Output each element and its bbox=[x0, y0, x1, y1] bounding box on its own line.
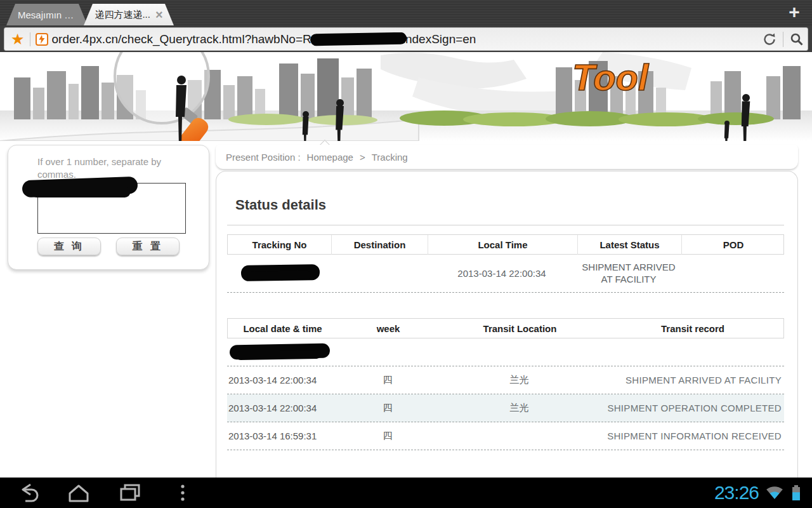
week-cell: 四 bbox=[337, 430, 438, 442]
tracking-query-panel: If over 1 number, separate by commas. 查 … bbox=[8, 145, 209, 270]
divider bbox=[227, 225, 784, 225]
menu-overflow-icon[interactable] bbox=[169, 480, 197, 505]
table-row: 2013-03-14 22:00:34 SHIPMENT ARRIVED AT … bbox=[227, 255, 784, 293]
breadcrumb-current: Tracking bbox=[372, 152, 408, 163]
date-cell: 2013-03-14 22:00:34 bbox=[227, 403, 337, 413]
summary-table: Tracking No Destination Local Time Lates… bbox=[227, 234, 784, 293]
status-clock: 23:26 bbox=[714, 482, 759, 504]
reset-button[interactable]: 重 置 bbox=[116, 237, 180, 255]
query-button[interactable]: 查 询 bbox=[37, 237, 101, 255]
column-header: Transit record bbox=[601, 323, 785, 334]
url-text: order.4px.cn/check_Querytrack.html?hawbN… bbox=[52, 32, 476, 46]
page-container: Mesajımın geçti... 递四方速递... × + ★ order.… bbox=[0, 0, 812, 508]
banner-illustration: Tool bbox=[0, 52, 812, 141]
bookmark-star-icon[interactable]: ★ bbox=[11, 32, 25, 47]
record-cell: SHIPMENT INFORMATION RECEIVED bbox=[600, 431, 784, 441]
history-table-header: Local date & time week Transit Location … bbox=[227, 318, 784, 338]
table-row-redacted bbox=[227, 338, 784, 366]
local-time-cell: 2013-03-14 22:00:34 bbox=[427, 268, 577, 279]
tab-label: 递四方速递... bbox=[95, 9, 150, 21]
location-cell: 兰光 bbox=[438, 402, 600, 414]
column-header: Local date & time bbox=[228, 323, 337, 334]
search-icon[interactable] bbox=[786, 29, 808, 50]
latest-status-cell: SHIPMENT ARRIVED AT FACILITY bbox=[578, 262, 679, 286]
close-tab-icon[interactable]: × bbox=[155, 8, 163, 21]
record-cell: SHIPMENT OPERATION COMPLETED bbox=[600, 403, 784, 413]
query-hint-text: If over 1 number, separate by commas. bbox=[37, 156, 183, 180]
address-bar: ★ order.4px.cn/check_Querytrack.html?haw… bbox=[0, 25, 812, 52]
column-header: Tracking No bbox=[228, 239, 331, 250]
tab-messages[interactable]: Mesajımın geçti... bbox=[6, 4, 88, 25]
tab-label: Mesajımın geçti... bbox=[18, 10, 76, 20]
recent-apps-button[interactable] bbox=[115, 480, 143, 505]
column-header: Latest Status bbox=[577, 235, 681, 255]
week-cell: 四 bbox=[337, 374, 438, 386]
history-table: Local date & time week Transit Location … bbox=[227, 318, 784, 450]
battery-icon bbox=[790, 483, 802, 502]
site-banner: Tool bbox=[0, 52, 812, 141]
column-header: POD bbox=[681, 235, 785, 255]
divider bbox=[783, 32, 783, 47]
redaction-blob bbox=[310, 32, 407, 46]
column-header: Destination bbox=[331, 235, 428, 255]
redaction-blob bbox=[22, 177, 138, 197]
column-header: Transit Location bbox=[439, 323, 601, 334]
site-favicon-icon bbox=[36, 33, 48, 46]
breadcrumb: Present Position : Homepage > Tracking bbox=[216, 145, 798, 169]
summary-table-header: Tracking No Destination Local Time Lates… bbox=[227, 234, 784, 255]
browser-tab-bar: Mesajımın geçti... 递四方速递... × + bbox=[0, 0, 812, 25]
week-cell: 四 bbox=[337, 402, 438, 414]
tab-4px-tracking[interactable]: 递四方速递... × bbox=[84, 4, 174, 25]
new-tab-button[interactable]: + bbox=[783, 1, 806, 24]
table-row: 2013-03-14 22:00:34 四 兰光 SHIPMENT ARRIVE… bbox=[227, 366, 784, 394]
table-row: 2013-03-14 22:00:34 四 兰光 SHIPMENT OPERAT… bbox=[227, 394, 784, 422]
divider bbox=[30, 32, 30, 46]
redaction-blob bbox=[230, 343, 330, 359]
date-cell: 2013-03-14 22:00:34 bbox=[227, 375, 337, 385]
tracking-results-panel: Status details Tracking No Destination L… bbox=[216, 171, 798, 478]
date-cell: 2013-03-14 16:59:31 bbox=[227, 431, 337, 441]
record-cell: SHIPMENT ARRIVED AT FACILITY bbox=[600, 375, 784, 385]
breadcrumb-homepage-link[interactable]: Homepage bbox=[307, 152, 353, 163]
breadcrumb-separator: > bbox=[360, 152, 365, 163]
wifi-icon bbox=[765, 485, 784, 500]
column-header: Local Time bbox=[428, 235, 577, 255]
android-system-bar: 23:26 bbox=[0, 478, 812, 508]
breadcrumb-prefix: Present Position : bbox=[226, 152, 301, 163]
location-cell: 兰光 bbox=[438, 374, 600, 386]
redaction-blob bbox=[240, 264, 319, 281]
url-input[interactable]: ★ order.4px.cn/check_Querytrack.html?haw… bbox=[4, 27, 808, 51]
home-button[interactable] bbox=[65, 480, 93, 505]
page-title: Status details bbox=[235, 197, 326, 213]
column-header: week bbox=[337, 323, 439, 334]
refresh-icon[interactable] bbox=[759, 29, 780, 50]
tool-logo: Tool bbox=[572, 57, 650, 98]
back-button[interactable] bbox=[14, 480, 42, 505]
table-row: 2013-03-14 16:59:31 四 SHIPMENT INFORMATI… bbox=[227, 422, 784, 450]
